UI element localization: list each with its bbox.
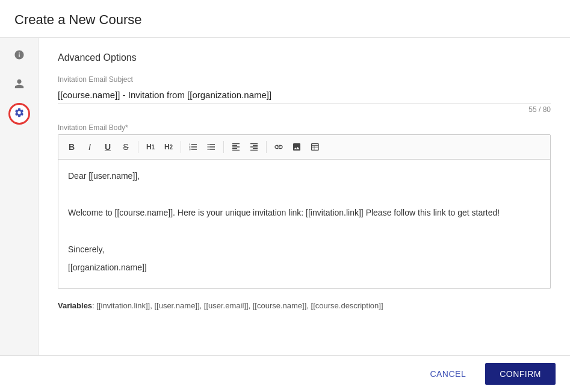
strikethrough-button[interactable]: S — [117, 138, 134, 155]
editor-container: B I U S H1 H2 — [58, 134, 551, 289]
h1-button[interactable]: H1 — [142, 138, 159, 155]
align-right-button[interactable] — [246, 138, 262, 155]
settings-icon — [14, 107, 25, 121]
sidebar-item-settings[interactable] — [8, 103, 30, 125]
toolbar-divider-4 — [266, 141, 267, 153]
sidebar — [0, 38, 39, 391]
email-line-6: [[organization.name]] — [68, 261, 541, 274]
h2-button[interactable]: H2 — [160, 138, 177, 155]
italic-button[interactable]: I — [81, 138, 98, 155]
invitation-subject-label: Invitation Email Subject — [58, 75, 551, 84]
page-title: Create a New Course — [0, 0, 570, 38]
editor-body[interactable]: Dear [[user.name]], Welcome to [[course.… — [58, 160, 550, 288]
variables-section: Variables: [[invitation.link]], [[user.n… — [58, 301, 551, 310]
footer: CANCEL CONFIRM — [0, 355, 570, 392]
editor-toolbar: B I U S H1 H2 — [58, 135, 550, 160]
toolbar-divider-2 — [181, 141, 181, 153]
invitation-subject-group: Invitation Email Subject 55 / 80 — [58, 75, 551, 114]
confirm-button[interactable]: CONFIRM — [485, 363, 556, 385]
toolbar-divider-3 — [223, 141, 224, 153]
variables-label: Variables — [58, 301, 92, 310]
sidebar-item-info[interactable] — [8, 45, 30, 67]
cancel-button[interactable]: CANCEL — [415, 363, 480, 385]
email-line-5: Sincerely, — [68, 243, 541, 256]
image-button[interactable] — [288, 138, 305, 155]
char-count: 55 / 80 — [58, 105, 551, 114]
invitation-body-group: Invitation Email Body* B I U S H1 H2 — [58, 123, 551, 289]
user-icon — [14, 78, 25, 92]
info-icon — [14, 49, 25, 63]
align-left-button[interactable] — [228, 138, 244, 155]
link-button[interactable] — [270, 138, 287, 155]
email-line-1: Dear [[user.name]], — [68, 169, 541, 182]
table-button[interactable] — [306, 138, 323, 155]
email-line-2 — [68, 187, 541, 201]
email-line-3: Welcome to [[course.name]]. Here is your… — [68, 206, 541, 219]
unordered-list-button[interactable] — [203, 138, 220, 155]
bold-button[interactable]: B — [63, 138, 80, 155]
variables-text: : [[invitation.link]], [[user.name]], [[… — [92, 301, 383, 310]
section-title: Advanced Options — [58, 52, 551, 63]
toolbar-divider-1 — [138, 141, 138, 153]
invitation-subject-input[interactable] — [58, 86, 551, 104]
main-layout: Advanced Options Invitation Email Subjec… — [0, 38, 570, 391]
underline-button[interactable]: U — [99, 138, 116, 155]
email-line-4 — [68, 224, 541, 237]
sidebar-item-user[interactable] — [8, 74, 30, 96]
content-area: Advanced Options Invitation Email Subjec… — [39, 38, 570, 391]
ordered-list-button[interactable] — [185, 138, 202, 155]
invitation-body-label: Invitation Email Body* — [58, 123, 551, 132]
